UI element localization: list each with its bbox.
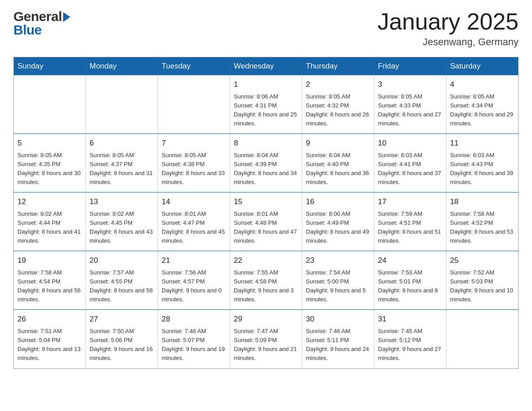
calendar-cell: 28Sunrise: 7:48 AMSunset: 5:07 PMDayligh… — [158, 310, 230, 368]
day-info: Sunrise: 8:05 AMSunset: 4:32 PMDaylight:… — [306, 92, 370, 128]
calendar-cell: 23Sunrise: 7:54 AMSunset: 5:00 PMDayligh… — [302, 251, 374, 310]
calendar-cell: 25Sunrise: 7:52 AMSunset: 5:03 PMDayligh… — [446, 251, 519, 310]
day-number: 24 — [378, 255, 442, 266]
weekday-header-wednesday: Wednesday — [230, 57, 302, 76]
day-number: 30 — [306, 313, 370, 325]
logo-general-text: General — [13, 9, 62, 24]
logo-chevron-icon — [63, 12, 70, 22]
weekday-header-sunday: Sunday — [14, 57, 86, 76]
weekday-header-row: SundayMondayTuesdayWednesdayThursdayFrid… — [14, 57, 519, 76]
calendar-cell — [158, 75, 230, 134]
day-number: 3 — [378, 79, 442, 90]
day-number: 15 — [234, 196, 298, 208]
calendar-week-row: 1Sunrise: 8:06 AMSunset: 4:31 PMDaylight… — [14, 75, 519, 134]
day-info: Sunrise: 8:02 AMSunset: 4:45 PMDaylight:… — [90, 210, 154, 246]
calendar-cell: 6Sunrise: 8:05 AMSunset: 4:37 PMDaylight… — [86, 134, 158, 193]
calendar-cell: 21Sunrise: 7:56 AMSunset: 4:57 PMDayligh… — [158, 251, 230, 310]
day-number: 17 — [378, 196, 442, 208]
weekday-header-thursday: Thursday — [302, 57, 374, 76]
weekday-header-friday: Friday — [374, 57, 446, 76]
day-number: 16 — [306, 196, 370, 208]
calendar-cell: 12Sunrise: 8:02 AMSunset: 4:44 PMDayligh… — [14, 193, 86, 251]
calendar-week-row: 26Sunrise: 7:51 AMSunset: 5:04 PMDayligh… — [14, 310, 519, 368]
day-info: Sunrise: 8:06 AMSunset: 4:31 PMDaylight:… — [234, 92, 298, 128]
day-info: Sunrise: 8:00 AMSunset: 4:49 PMDaylight:… — [306, 210, 370, 246]
day-info: Sunrise: 8:01 AMSunset: 4:48 PMDaylight:… — [234, 210, 298, 246]
calendar-cell: 4Sunrise: 8:05 AMSunset: 4:34 PMDaylight… — [446, 75, 519, 134]
calendar-cell: 26Sunrise: 7:51 AMSunset: 5:04 PMDayligh… — [14, 310, 86, 368]
calendar-cell: 20Sunrise: 7:57 AMSunset: 4:55 PMDayligh… — [86, 251, 158, 310]
day-number: 28 — [162, 313, 226, 325]
day-number: 21 — [162, 255, 226, 266]
day-info: Sunrise: 8:01 AMSunset: 4:47 PMDaylight:… — [162, 210, 226, 246]
day-number: 1 — [234, 79, 298, 90]
calendar-cell: 3Sunrise: 8:05 AMSunset: 4:33 PMDaylight… — [374, 75, 446, 134]
calendar-cell: 9Sunrise: 8:04 AMSunset: 4:40 PMDaylight… — [302, 134, 374, 193]
day-number: 2 — [306, 79, 370, 90]
calendar-cell — [86, 75, 158, 134]
calendar-week-row: 19Sunrise: 7:58 AMSunset: 4:54 PMDayligh… — [14, 251, 519, 310]
day-number: 4 — [450, 79, 515, 90]
day-info: Sunrise: 8:05 AMSunset: 4:33 PMDaylight:… — [378, 92, 442, 128]
day-info: Sunrise: 8:05 AMSunset: 4:34 PMDaylight:… — [450, 92, 515, 128]
day-number: 23 — [306, 255, 370, 266]
calendar-cell: 27Sunrise: 7:50 AMSunset: 5:06 PMDayligh… — [86, 310, 158, 368]
location-label: Jesenwang, Germany — [378, 36, 519, 48]
day-number: 19 — [17, 255, 82, 266]
day-info: Sunrise: 7:48 AMSunset: 5:07 PMDaylight:… — [162, 327, 226, 363]
day-number: 6 — [90, 137, 154, 149]
calendar-cell: 14Sunrise: 8:01 AMSunset: 4:47 PMDayligh… — [158, 193, 230, 251]
day-number: 20 — [90, 255, 154, 266]
day-number: 14 — [162, 196, 226, 208]
day-number: 8 — [234, 137, 298, 149]
day-number: 31 — [378, 313, 442, 325]
day-info: Sunrise: 8:05 AMSunset: 4:35 PMDaylight:… — [17, 151, 82, 187]
day-info: Sunrise: 7:58 AMSunset: 4:54 PMDaylight:… — [17, 268, 82, 304]
month-title: January 2025 — [378, 9, 519, 34]
day-info: Sunrise: 7:56 AMSunset: 4:57 PMDaylight:… — [162, 268, 226, 304]
calendar-cell — [446, 310, 519, 368]
calendar-cell: 13Sunrise: 8:02 AMSunset: 4:45 PMDayligh… — [86, 193, 158, 251]
day-number: 7 — [162, 137, 226, 149]
calendar-cell: 8Sunrise: 8:04 AMSunset: 4:39 PMDaylight… — [230, 134, 302, 193]
weekday-header-tuesday: Tuesday — [158, 57, 230, 76]
day-info: Sunrise: 7:46 AMSunset: 5:11 PMDaylight:… — [306, 327, 370, 363]
calendar-cell: 1Sunrise: 8:06 AMSunset: 4:31 PMDaylight… — [230, 75, 302, 134]
day-info: Sunrise: 7:50 AMSunset: 5:06 PMDaylight:… — [90, 327, 154, 363]
day-number: 29 — [234, 313, 298, 325]
day-number: 5 — [17, 137, 82, 149]
day-number: 18 — [450, 196, 515, 208]
day-number: 9 — [306, 137, 370, 149]
title-block: January 2025 Jesenwang, Germany — [378, 9, 519, 48]
day-info: Sunrise: 8:05 AMSunset: 4:37 PMDaylight:… — [90, 151, 154, 187]
calendar-cell: 11Sunrise: 8:03 AMSunset: 4:43 PMDayligh… — [446, 134, 519, 193]
day-number: 26 — [17, 313, 82, 325]
calendar-week-row: 5Sunrise: 8:05 AMSunset: 4:35 PMDaylight… — [14, 134, 519, 193]
day-number: 11 — [450, 137, 515, 149]
calendar-table: SundayMondayTuesdayWednesdayThursdayFrid… — [13, 57, 519, 368]
logo: General Blue — [13, 9, 70, 38]
calendar-cell: 31Sunrise: 7:45 AMSunset: 5:12 PMDayligh… — [374, 310, 446, 368]
day-number: 22 — [234, 255, 298, 266]
weekday-header-monday: Monday — [86, 57, 158, 76]
calendar-cell: 10Sunrise: 8:03 AMSunset: 4:41 PMDayligh… — [374, 134, 446, 193]
calendar-cell: 15Sunrise: 8:01 AMSunset: 4:48 PMDayligh… — [230, 193, 302, 251]
day-number: 12 — [17, 196, 82, 208]
calendar-cell: 30Sunrise: 7:46 AMSunset: 5:11 PMDayligh… — [302, 310, 374, 368]
calendar-cell: 7Sunrise: 8:05 AMSunset: 4:38 PMDaylight… — [158, 134, 230, 193]
day-number: 27 — [90, 313, 154, 325]
calendar-cell: 22Sunrise: 7:55 AMSunset: 4:58 PMDayligh… — [230, 251, 302, 310]
calendar-cell: 29Sunrise: 7:47 AMSunset: 5:09 PMDayligh… — [230, 310, 302, 368]
logo-blue-text: Blue — [13, 22, 70, 38]
calendar-cell: 17Sunrise: 7:59 AMSunset: 4:51 PMDayligh… — [374, 193, 446, 251]
calendar-week-row: 12Sunrise: 8:02 AMSunset: 4:44 PMDayligh… — [14, 193, 519, 251]
day-info: Sunrise: 7:51 AMSunset: 5:04 PMDaylight:… — [17, 327, 82, 363]
day-number: 10 — [378, 137, 442, 149]
day-info: Sunrise: 7:57 AMSunset: 4:55 PMDaylight:… — [90, 268, 154, 304]
calendar-cell: 2Sunrise: 8:05 AMSunset: 4:32 PMDaylight… — [302, 75, 374, 134]
day-info: Sunrise: 7:53 AMSunset: 5:01 PMDaylight:… — [378, 268, 442, 304]
page-header: General Blue January 2025 Jesenwang, Ger… — [13, 9, 519, 48]
day-info: Sunrise: 7:59 AMSunset: 4:51 PMDaylight:… — [378, 210, 442, 246]
weekday-header-saturday: Saturday — [446, 57, 519, 76]
calendar-cell: 16Sunrise: 8:00 AMSunset: 4:49 PMDayligh… — [302, 193, 374, 251]
